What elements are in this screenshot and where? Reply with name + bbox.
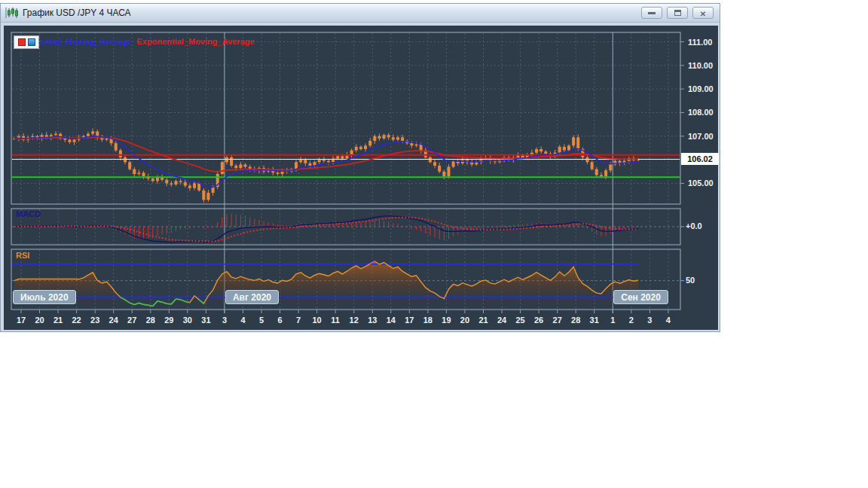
x-axis-label: 7	[296, 316, 301, 325]
x-axis-label: 24	[109, 316, 119, 325]
x-axis-label: 20	[35, 316, 44, 325]
x-axis-label: 1	[610, 316, 615, 325]
price-axis-label: 108.00	[688, 108, 714, 117]
x-axis-label: 30	[183, 316, 192, 325]
chart-window: График USD /JPY 4 ЧАСА 17202122232427282…	[0, 3, 720, 332]
month-label-july: Июль 2020	[13, 290, 76, 304]
ema-legend[interactable]	[14, 35, 39, 49]
x-axis-label: 20	[460, 316, 469, 325]
price-axis-label: 110.00	[688, 61, 713, 70]
window-title: График USD /JPY 4 ЧАСА	[23, 8, 131, 18]
x-axis-label: 4	[666, 316, 671, 325]
close-button[interactable]	[692, 7, 714, 19]
x-axis-label: 31	[201, 316, 210, 325]
macd-line	[14, 216, 638, 242]
x-axis-label: 23	[90, 316, 99, 325]
ema-slow-label: Exponential_Moving_Average	[137, 37, 255, 46]
chart-area[interactable]: 1720212223242728293031345671011121314171…	[4, 26, 718, 330]
minimize-icon	[648, 12, 656, 14]
macd-panel-label: MACD	[16, 209, 41, 218]
rsi-axis-value: 50	[686, 276, 695, 285]
x-axis-label: 3	[647, 316, 652, 325]
x-axis-label: 22	[72, 316, 81, 325]
x-axis-label: 28	[146, 316, 155, 325]
ema-fast-swatch	[28, 38, 35, 46]
x-axis-label: 29	[164, 316, 173, 325]
titlebar[interactable]: График USD /JPY 4 ЧАСА	[1, 4, 720, 23]
macd-axis-value: +0.0	[686, 221, 702, 230]
x-axis-label: 2	[629, 316, 634, 325]
ema-fast-label: ential_Moving_Average	[40, 37, 132, 46]
x-axis-label: 24	[497, 316, 507, 325]
x-axis-label: 11	[331, 316, 340, 325]
panel-frame	[11, 32, 680, 204]
x-axis-label: 17	[17, 316, 26, 325]
restore-button[interactable]	[667, 7, 688, 19]
x-axis-label: 19	[442, 316, 451, 325]
price-axis-label: 111.00	[688, 38, 712, 47]
current-price-label: 106.02	[681, 153, 719, 165]
macd-signal-line	[14, 218, 638, 242]
x-axis-label: 28	[571, 316, 580, 325]
x-axis-label: 14	[387, 316, 396, 325]
x-axis-label: 27	[127, 316, 136, 325]
x-axis-label: 21	[478, 316, 487, 325]
x-axis-label: 26	[534, 316, 543, 325]
ema-legend-labels: ential_Moving_Average Exponential_Moving…	[40, 37, 255, 46]
ema-fast-line	[14, 136, 638, 188]
rsi-fill	[14, 261, 638, 309]
x-axis-label: 25	[515, 316, 524, 325]
restore-icon	[674, 10, 681, 16]
month-label-august: Авг 2020	[225, 290, 279, 304]
x-axis-label: 31	[590, 316, 599, 325]
close-icon	[700, 8, 706, 19]
x-axis-label: 3	[222, 316, 227, 325]
x-axis-label: 6	[277, 316, 282, 325]
candlestick-chart-icon	[5, 7, 18, 19]
ema-slow-swatch	[18, 38, 26, 46]
price-axis-label: 109.00	[688, 84, 714, 93]
candles-group	[13, 129, 640, 203]
month-label-september: Сен 2020	[613, 290, 668, 304]
rsi-panel-label: RSI	[16, 251, 29, 260]
x-axis-label: 5	[259, 316, 264, 325]
price-axis-label: 107.00	[688, 132, 714, 141]
price-axis-label: 105.00	[688, 178, 714, 188]
x-axis-label: 4	[240, 316, 246, 325]
x-axis-label: 13	[368, 316, 377, 325]
window-controls	[641, 7, 714, 19]
x-axis-label: 10	[313, 316, 322, 325]
x-axis-label: 12	[350, 316, 359, 325]
minimize-button[interactable]	[641, 7, 662, 19]
x-axis-label: 21	[53, 316, 63, 325]
x-axis-label: 27	[553, 316, 562, 325]
x-axis-label: 18	[423, 316, 432, 325]
x-axis-label: 17	[405, 316, 414, 325]
price-chart-svg[interactable]: 1720212223242728293031345671011121314171…	[4, 26, 718, 330]
